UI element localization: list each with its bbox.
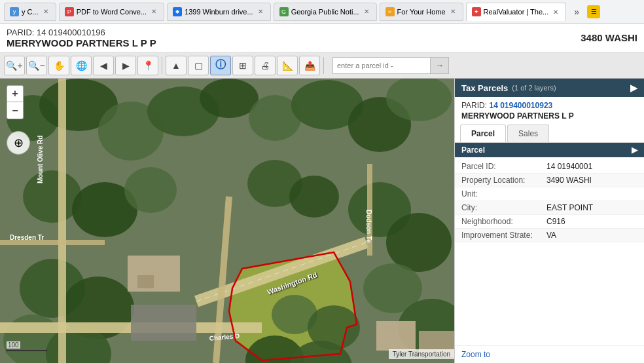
tab-6-close[interactable]: ✕ (551, 7, 560, 16)
nav-forward-button[interactable]: ▶ (115, 56, 136, 75)
svg-text:Dodson Te: Dodson Te (365, 210, 372, 243)
panel-header: Tax Parcels (1 of 2 layers) ▶ (455, 79, 644, 97)
layers-button[interactable]: ⊞ (232, 56, 253, 75)
panel-row-1-value: 3490 WASHI (546, 176, 592, 185)
tab-sales[interactable]: Sales (507, 124, 549, 142)
panel-row-4: Neighborhood: C916 (455, 215, 644, 229)
tab-1[interactable]: y y C... ✕ (4, 3, 56, 21)
svg-point-38 (289, 176, 339, 218)
zoom-in-button[interactable]: 🔍+ (4, 56, 25, 75)
map-toolbar: 🔍+ 🔍− ✋ 🌐 ◀ ▶ 📍 ▲ ▢ ⓘ ⊞ 🖨 📐 📤 → (0, 52, 644, 79)
scale-mid (7, 350, 46, 351)
panel-parid-row: PARID: 14 019400010923 (455, 97, 644, 111)
map-zoom-out[interactable]: − (7, 102, 24, 119)
tab-2[interactable]: P PDF to Word Conve... ✕ (59, 3, 164, 21)
zoom-out-button[interactable]: 🔍− (26, 56, 47, 75)
panel-row-0-value: 14 01940001 (546, 162, 592, 171)
parcel-search-input[interactable] (332, 57, 431, 74)
tab-5-favicon: ≈ (385, 7, 395, 16)
tab-6-favicon: ✦ (472, 7, 481, 16)
export-button[interactable]: 📤 (299, 56, 320, 75)
panel-section-header: Parcel ▶ (455, 143, 644, 157)
panel-row-3: City: EAST POINT (455, 201, 644, 215)
tab-2-close[interactable]: ✕ (149, 7, 158, 16)
tab-4[interactable]: G Georgia Public Noti... ✕ (274, 3, 377, 21)
svg-text:Dresden Tr: Dresden Tr (10, 234, 44, 241)
panel-owner: MERRYWOOD PARTNERS L P (455, 111, 644, 124)
panel-row-5-label: Improvement Strate: (461, 231, 546, 240)
scale-line (7, 349, 47, 353)
panel-tabs: Parcel Sales (455, 124, 644, 143)
parcel-search: → (332, 57, 449, 74)
svg-rect-35 (376, 321, 416, 351)
panel-title: Tax Parcels (461, 83, 508, 93)
pan-tool-button[interactable]: ✋ (48, 56, 69, 75)
print-button[interactable]: 🖨 (255, 56, 276, 75)
tab-5-label: For Your Home (397, 8, 446, 16)
panel-row-2: Unit: (455, 187, 644, 201)
parcel-search-button[interactable]: → (431, 57, 449, 74)
globe-button[interactable]: 🌐 (71, 56, 92, 75)
panel-row-3-value: EAST POINT (546, 203, 593, 212)
panel-expand-button[interactable]: ▶ (630, 83, 637, 93)
map-attribution: Tyler Transportation (389, 349, 454, 359)
tab-1-close[interactable]: ✕ (41, 7, 50, 16)
tab-4-label: Georgia Public Noti... (291, 8, 359, 16)
nav-back-button[interactable]: ◀ (93, 56, 114, 75)
tab-2-favicon: P (65, 7, 74, 16)
tab-1-favicon: y (10, 7, 19, 16)
pointer-tool-button[interactable]: ▲ (166, 56, 187, 75)
svg-rect-31 (131, 305, 196, 341)
panel-row-4-label: Neighborhood: (461, 217, 546, 226)
map-svg-bg: Washington Rd Mount Olive Rd Dresden Tr … (0, 79, 454, 363)
page-owner: MERRYWOOD PARTNERS L P P (7, 37, 156, 48)
tab-3-close[interactable]: ✕ (256, 7, 265, 16)
main-area: Washington Rd Mount Olive Rd Dresden Tr … (0, 79, 644, 363)
toolbar-sep-2 (323, 57, 324, 74)
page-info-bar: PARID: 14 019400010196 MERRYWOOD PARTNER… (0, 24, 644, 52)
panel-row-2-label: Unit: (461, 189, 546, 199)
box-select-button[interactable]: ▢ (188, 56, 209, 75)
map-zoom-in[interactable]: + (7, 85, 24, 102)
browser-menu-icon[interactable]: ☰ (587, 5, 600, 18)
locate-button[interactable]: 📍 (137, 56, 158, 75)
toolbar-sep-1 (162, 57, 162, 74)
panel-parid-label: PARID: (461, 101, 487, 110)
zoom-to-link[interactable]: Zoom to (455, 345, 644, 363)
tab-3-favicon: ◆ (173, 7, 182, 16)
tab-6[interactable]: ✦ RealValuator | The... ✕ (466, 3, 567, 21)
page-address: 3480 WASHI (581, 32, 637, 43)
tab-5[interactable]: ≈ For Your Home ✕ (380, 3, 463, 21)
info-button[interactable]: ⓘ (210, 56, 231, 75)
panel-section-title: Parcel (461, 145, 485, 155)
panel-data-table: Parcel ID: 14 01940001 Property Location… (455, 157, 644, 345)
panel-parid-link[interactable]: 14 019400010923 (489, 101, 552, 110)
panel-row-1: Property Location: 3490 WASHI (455, 174, 644, 187)
svg-rect-30 (137, 275, 154, 288)
map-container[interactable]: Washington Rd Mount Olive Rd Dresden Tr … (0, 79, 454, 363)
tab-1-label: y C... (22, 8, 39, 16)
aerial-map: Washington Rd Mount Olive Rd Dresden Tr … (0, 79, 454, 363)
tab-parcel[interactable]: Parcel (460, 124, 506, 142)
panel-layer-count: (1 of 2 layers) (512, 84, 556, 92)
svg-point-12 (124, 167, 177, 213)
more-tabs-button[interactable]: » (569, 4, 584, 20)
svg-text:Mount Olive Rd: Mount Olive Rd (37, 136, 44, 183)
panel-row-0: Parcel ID: 14 01940001 (455, 160, 644, 174)
panel-row-4-value: C916 (546, 217, 565, 226)
tab-4-close[interactable]: ✕ (362, 7, 371, 16)
tab-5-close[interactable]: ✕ (448, 7, 457, 16)
panel-row-3-label: City: (461, 203, 546, 212)
tab-3[interactable]: ◆ 1399 Winburn drive... ✕ (167, 3, 271, 21)
panel-row-1-label: Property Location: (461, 176, 546, 185)
tab-3-label: 1399 Winburn drive... (185, 8, 253, 16)
compass-control[interactable]: ⊕ (7, 131, 30, 155)
measure-button[interactable]: 📐 (277, 56, 298, 75)
svg-point-18 (386, 213, 452, 272)
zoom-controls: + − (7, 85, 24, 119)
scale-bar: 100 (7, 341, 47, 353)
panel-row-5-value: VA (546, 231, 556, 240)
tab-2-label: PDF to Word Conve... (77, 8, 147, 16)
browser-tab-bar: y y C... ✕ P PDF to Word Conve... ✕ ◆ 13… (0, 0, 644, 24)
panel-row-5: Improvement Strate: VA (455, 229, 644, 242)
